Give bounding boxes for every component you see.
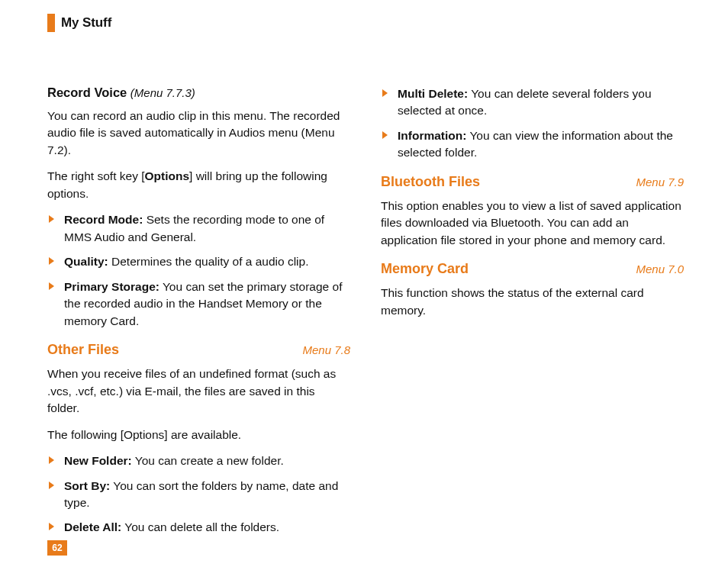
manual-page: My Stuff Record Voice (Menu 7.7.3) You c… xyxy=(0,0,728,583)
other-files-para2: The following [Options] are available. xyxy=(47,427,350,443)
bluetooth-files-heading: Bluetooth Files Menu 7.9 xyxy=(381,174,684,190)
bluetooth-title: Bluetooth Files xyxy=(381,174,480,190)
list-item: Multi Delete: You can delete several fol… xyxy=(381,85,684,120)
header-accent-bar xyxy=(47,14,55,32)
page-title: My Stuff xyxy=(61,15,111,31)
list-item: New Folder: You can create a new folder. xyxy=(47,453,350,469)
memory-card-ref: Menu 7.0 xyxy=(636,263,684,275)
record-voice-para2: The right soft key [Options] will bring … xyxy=(47,168,350,202)
record-voice-ref: (Menu 7.7.3) xyxy=(130,86,195,99)
record-voice-bullets: Record Mode: Sets the recording mode to … xyxy=(47,211,350,330)
bullet-label: Sort By: xyxy=(64,479,110,492)
bullet-label: Record Mode: xyxy=(64,213,143,226)
bluetooth-ref: Menu 7.9 xyxy=(636,176,684,188)
left-column: Record Voice (Menu 7.7.3) You can record… xyxy=(47,85,350,546)
memory-card-para: This function shows the status of the ex… xyxy=(381,285,684,319)
other-files-bullets: New Folder: You can create a new folder.… xyxy=(47,453,350,536)
memory-card-heading: Memory Card Menu 7.0 xyxy=(381,261,684,277)
bullet-text: You can create a new folder. xyxy=(132,454,284,467)
bullet-text: Determines the quality of a audio clip. xyxy=(108,255,309,268)
bullet-text: You can delete all the folders. xyxy=(121,520,279,533)
list-item: Record Mode: Sets the recording mode to … xyxy=(47,211,350,246)
list-item: Information: You can view the informatio… xyxy=(381,127,684,162)
page-header: My Stuff xyxy=(47,14,684,32)
record-voice-heading: Record Voice (Menu 7.7.3) xyxy=(47,85,350,100)
list-item: Sort By: You can sort the folders by nam… xyxy=(47,478,350,512)
memory-card-title: Memory Card xyxy=(381,261,469,277)
bullet-label: Delete All: xyxy=(64,520,121,533)
content-columns: Record Voice (Menu 7.7.3) You can record… xyxy=(47,85,684,546)
list-item: Delete All: You can delete all the folde… xyxy=(47,519,350,536)
bullet-label: New Folder: xyxy=(64,454,132,467)
bullet-label: Multi Delete: xyxy=(398,87,468,100)
other-files-bullets-continued: Multi Delete: You can delete several fol… xyxy=(381,85,684,162)
other-files-heading: Other Files Menu 7.8 xyxy=(47,342,350,358)
rv-p2a: The right soft key [ xyxy=(47,169,145,182)
page-number: 62 xyxy=(47,540,67,556)
other-files-para1: When you receive files of an undefined f… xyxy=(47,366,350,417)
bullet-label: Information: xyxy=(398,129,466,142)
record-voice-para1: You can record an audio clip in this men… xyxy=(47,108,350,159)
bluetooth-para: This option enables you to view a list o… xyxy=(381,198,684,249)
other-files-title: Other Files xyxy=(47,342,119,358)
bullet-label: Primary Storage: xyxy=(64,280,159,293)
bullet-label: Quality: xyxy=(64,255,108,268)
record-voice-title: Record Voice xyxy=(47,85,127,99)
other-files-ref: Menu 7.8 xyxy=(302,343,350,356)
rv-p2-opt: Options xyxy=(145,169,190,182)
list-item: Quality: Determines the quality of a aud… xyxy=(47,253,350,270)
list-item: Primary Storage: You can set the primary… xyxy=(47,279,350,330)
right-column: Multi Delete: You can delete several fol… xyxy=(381,85,684,546)
